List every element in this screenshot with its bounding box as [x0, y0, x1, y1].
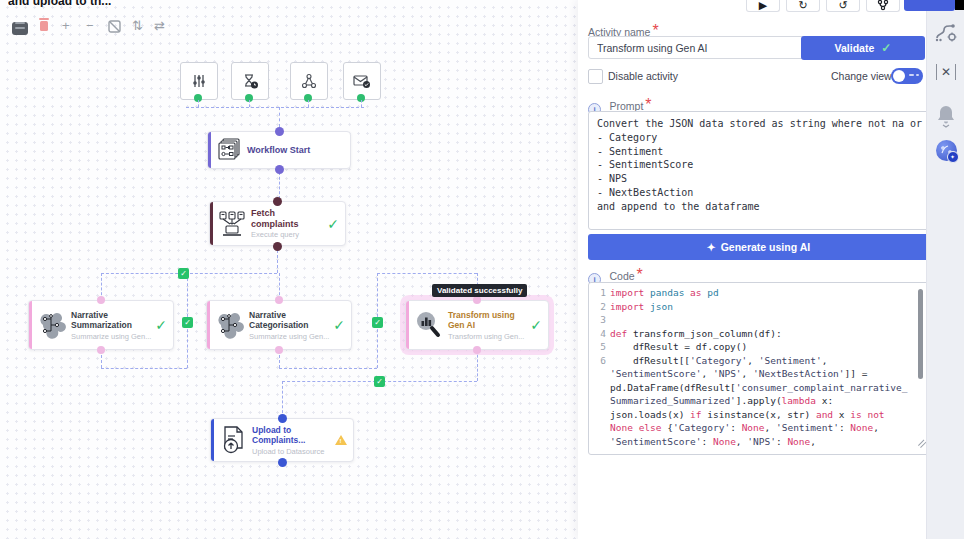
- warning-icon: !: [335, 435, 347, 445]
- node-accent: [207, 301, 210, 349]
- undo-button-partial[interactable]: ↺: [826, 0, 860, 12]
- route-gear-icon: [934, 22, 958, 44]
- workflow-route-button[interactable]: [927, 22, 964, 48]
- node-title: Workflow Start: [247, 145, 344, 156]
- node-subtitle: Execute query: [251, 230, 324, 239]
- connection-port[interactable]: [273, 242, 282, 251]
- node-valid-check: ✓: [530, 317, 542, 333]
- connector-line: [101, 368, 187, 369]
- minimap-icon[interactable]: [12, 19, 28, 35]
- screen-edge: [955, 0, 964, 10]
- edge-valid-check: ✓: [182, 317, 193, 328]
- node-accent: [406, 301, 409, 349]
- collapse-panel-button[interactable]: ✕: [927, 62, 964, 80]
- zoom-out-icon[interactable]: −: [86, 19, 94, 33]
- connection-port[interactable]: [97, 346, 105, 354]
- code-scrollbar[interactable]: [918, 289, 923, 379]
- node-workflow-start[interactable]: Workflow Start: [207, 131, 351, 169]
- ai-assistant-button[interactable]: ✦: [927, 140, 964, 165]
- node-title: Transform using Gen AI: [448, 310, 528, 331]
- connector-line: [249, 100, 250, 107]
- validation-tooltip: Validated successfully: [432, 284, 527, 297]
- node-narrative-categorisation[interactable]: Narrative Categorisation Summarize using…: [206, 300, 352, 350]
- connection-port[interactable]: [97, 296, 105, 304]
- connection-port[interactable]: [278, 458, 287, 467]
- connection-port[interactable]: [473, 296, 481, 304]
- fit-horizontal-icon[interactable]: ⇄: [154, 19, 165, 33]
- connection-port[interactable]: [278, 414, 287, 423]
- connector-line: [361, 100, 362, 107]
- change-view-toggle[interactable]: [891, 68, 923, 84]
- notifications-button[interactable]: [927, 104, 964, 132]
- connection-port[interactable]: [273, 197, 282, 206]
- disable-activity-label: Disable activity: [608, 70, 678, 82]
- branch-button-partial[interactable]: [866, 0, 900, 12]
- fit-vertical-icon[interactable]: ⇅: [132, 19, 143, 33]
- delete-icon[interactable]: [38, 18, 50, 35]
- save-button-partial[interactable]: [904, 0, 955, 11]
- sliders-icon: [191, 73, 207, 89]
- disable-activity-checkbox[interactable]: [588, 69, 603, 84]
- edge-valid-check: ✓: [178, 268, 189, 279]
- node-title: Narrative Categorisation: [249, 310, 321, 331]
- connector-line: [277, 250, 278, 273]
- node-upload-complaints[interactable]: Upload to Complaints... Upload to Dataso…: [210, 418, 354, 462]
- ai-assistant-icon: ✦: [936, 140, 957, 161]
- connector-line: [186, 107, 364, 108]
- upload-document-icon: [219, 425, 247, 455]
- connection-port[interactable]: [275, 346, 283, 354]
- generate-ai-button[interactable]: ✦ Generate using AI: [588, 234, 929, 260]
- magnifier-chart-icon: [413, 310, 443, 340]
- node-title: Upload to Complaints...: [252, 425, 314, 446]
- edge-valid-check: ✓: [372, 317, 383, 328]
- clipped-header-text: and upload to th...: [8, 0, 111, 7]
- hourglass-icon: [242, 73, 259, 90]
- disable-grid-icon[interactable]: [108, 20, 121, 36]
- node-subtitle: Upload to Datasource: [252, 447, 335, 456]
- node-accent: [211, 419, 214, 461]
- ai-badge-icon: ✦: [947, 151, 959, 163]
- properties-panel: Activity name* Validate ✓ Disable activi…: [578, 0, 926, 539]
- connector-line: [279, 368, 377, 369]
- connector-line: [279, 107, 280, 127]
- node-narrative-summarization[interactable]: Narrative Summarization Summarize using …: [28, 300, 174, 350]
- node-valid-check: ✓: [155, 317, 167, 333]
- connector-line: [198, 100, 199, 107]
- run-button-partial[interactable]: ▶: [746, 0, 780, 12]
- node-fetch-complaints[interactable]: Fetch complaints Execute query ✓: [209, 201, 346, 246]
- connection-port[interactable]: [275, 296, 283, 304]
- prompt-textarea[interactable]: Convert the JSON data stored as string w…: [588, 111, 931, 230]
- brain-ai-icon: [214, 312, 244, 339]
- activity-name-input[interactable]: [588, 36, 836, 59]
- refresh-button-partial[interactable]: ↻: [786, 0, 820, 12]
- generate-ai-label: Generate using AI: [721, 241, 810, 253]
- node-subtitle: Transform using Gen...: [448, 332, 527, 341]
- brain-ai-icon: [36, 312, 66, 339]
- app-window: and upload to th... + − ⇅ ⇄: [0, 0, 964, 539]
- connection-port[interactable]: [275, 127, 284, 136]
- connector-line: [308, 100, 309, 107]
- validate-button[interactable]: Validate ✓: [801, 36, 925, 60]
- connector-line: [377, 273, 477, 274]
- connection-port[interactable]: [275, 165, 284, 174]
- fetch-query-icon: [218, 210, 246, 238]
- validate-label: Validate: [835, 42, 875, 54]
- right-icon-strip: ✕ ✦: [926, 0, 964, 539]
- workflow-start-icon: [216, 137, 242, 163]
- prompt-text: Convert the JSON data stored as string w…: [589, 112, 930, 219]
- mail-check-icon: [353, 73, 371, 89]
- node-accent: [29, 301, 32, 349]
- node-title: Fetch complaints: [251, 208, 324, 229]
- connector-line: [279, 172, 280, 199]
- connector-line: [101, 273, 277, 274]
- node-title: Narrative Summarization: [71, 310, 141, 331]
- workflow-canvas[interactable]: and upload to th... + − ⇅ ⇄: [0, 0, 578, 539]
- change-view-label: Change view: [831, 70, 892, 82]
- connection-port[interactable]: [473, 346, 481, 354]
- edge-valid-check: ✓: [374, 376, 385, 387]
- sparkle-icon: ✦: [707, 241, 716, 253]
- node-transform-gen-ai[interactable]: Transform using Gen AI Transform using G…: [405, 300, 549, 350]
- code-editor[interactable]: 1import pandas as pd2import json34def tr…: [588, 282, 931, 455]
- zoom-in-icon[interactable]: +: [62, 19, 70, 33]
- node-valid-check: ✓: [327, 216, 339, 232]
